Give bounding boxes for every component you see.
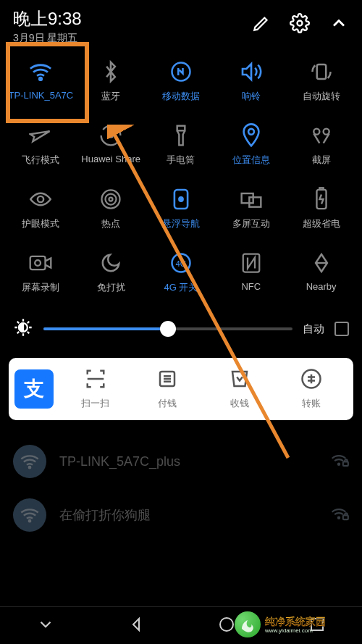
tile-bluetooth[interactable]: 蓝牙	[76, 59, 146, 103]
svg-rect-5	[177, 126, 185, 131]
svg-point-1	[40, 78, 42, 80]
tile-label: 移动数据	[162, 90, 200, 103]
nav-back-icon[interactable]	[128, 616, 146, 636]
wifi-circle-icon	[13, 498, 46, 532]
svg-rect-16	[249, 197, 261, 206]
tile-label: 热点	[101, 217, 120, 230]
scan-icon	[85, 368, 106, 393]
tile-label: 护眼模式	[22, 217, 59, 230]
tile-label: 位置信息	[232, 154, 270, 167]
background-wifi-list: TP-LINK_5A7C_plus 在偷打折你狗腿	[0, 435, 362, 542]
tile-nfc[interactable]: NFC	[216, 251, 286, 294]
eye-icon	[28, 187, 53, 212]
nfc-icon	[241, 251, 261, 275]
tile-label: 超级省电	[303, 217, 340, 230]
svg-rect-3	[316, 64, 326, 79]
svg-point-20	[35, 260, 41, 266]
watermark-logo-icon	[235, 611, 261, 637]
edit-icon[interactable]	[252, 14, 271, 33]
tile-label: 手电筒	[167, 154, 195, 167]
svg-point-34	[220, 618, 233, 631]
ringer-icon	[240, 59, 263, 84]
tile-hotspot[interactable]: 热点	[76, 187, 146, 230]
tile-screenshot[interactable]: 截屏	[286, 123, 356, 167]
tile-mobile-data[interactable]: 移动数据	[146, 59, 216, 103]
tile-label: 飞行模式	[22, 154, 59, 167]
svg-rect-15	[241, 193, 253, 203]
auto-rotate-icon	[311, 59, 332, 84]
wifi-list-item: 在偷打折你狗腿	[13, 488, 349, 542]
tile-label: Nearby	[306, 281, 337, 292]
tile-4g-switch[interactable]: 4G 4G 开关	[146, 251, 216, 294]
alipay-action-pay[interactable]: 付钱	[132, 368, 204, 410]
nearby-icon	[310, 251, 333, 275]
4g-icon: 4G	[170, 251, 192, 275]
brightness-slider[interactable]	[43, 327, 292, 330]
alipay-action-collect[interactable]: 收钱	[203, 368, 276, 410]
location-icon	[242, 123, 261, 148]
app-action-label: 付钱	[158, 397, 177, 410]
bluetooth-icon	[103, 59, 119, 84]
tile-label: Huawei Share	[81, 154, 140, 164]
tile-eye-comfort[interactable]: 护眼模式	[6, 187, 76, 230]
nav-notification-icon[interactable]	[36, 615, 55, 637]
tile-label: 悬浮导航	[162, 217, 200, 230]
svg-point-14	[179, 197, 182, 201]
tile-float-nav[interactable]: 悬浮导航	[146, 187, 216, 230]
svg-point-6	[248, 129, 254, 135]
huawei-share-icon	[99, 123, 122, 148]
nav-home-icon[interactable]	[218, 616, 235, 636]
tile-auto-rotate[interactable]: 自动旋转	[286, 59, 356, 103]
app-action-label: 收钱	[230, 397, 249, 410]
tile-airplane[interactable]: 飞行模式	[6, 123, 76, 167]
tile-screen-record[interactable]: 屏幕录制	[6, 251, 76, 294]
tile-power-saver[interactable]: 超级省电	[286, 187, 356, 230]
tile-label: 多屏互动	[232, 217, 270, 230]
tile-label: 蓝牙	[101, 90, 120, 103]
svg-point-10	[109, 198, 113, 201]
tile-label: 自动旋转	[303, 90, 340, 103]
svg-text:4G: 4G	[175, 259, 186, 268]
wifi-list-item: TP-LINK_5A7C_plus	[13, 435, 349, 488]
alipay-action-transfer[interactable]: 转账	[276, 368, 348, 410]
svg-point-11	[106, 194, 117, 205]
collapse-icon[interactable]	[329, 13, 349, 33]
tile-label: 免打扰	[97, 281, 125, 294]
tile-label: 截屏	[312, 154, 331, 167]
mobile-data-icon	[170, 59, 192, 84]
battery-icon	[313, 187, 329, 212]
tile-wifi[interactable]: TP-LINK_5A7C	[6, 59, 76, 103]
wifi-lock-icon	[329, 452, 349, 471]
wifi-ssid: TP-LINK_5A7C_plus	[59, 454, 180, 469]
tile-dnd[interactable]: 免打扰	[76, 251, 146, 294]
float-nav-icon	[172, 187, 190, 212]
tile-label: 响铃	[242, 90, 261, 103]
tile-location[interactable]: 位置信息	[216, 123, 286, 167]
svg-point-9	[38, 196, 43, 202]
brightness-thumb[interactable]	[160, 321, 176, 337]
app-action-label: 转账	[302, 397, 321, 410]
status-date: 3月9日 星期五	[13, 32, 349, 45]
brightness-row: 自动	[0, 301, 362, 351]
multi-screen-icon	[240, 187, 263, 212]
svg-point-0	[298, 21, 303, 26]
brightness-auto-checkbox[interactable]	[334, 322, 349, 336]
collect-icon	[229, 368, 251, 393]
alipay-action-scan[interactable]: 扫一扫	[59, 368, 132, 410]
tile-ringer[interactable]: 响铃	[216, 59, 286, 103]
tile-huawei-share[interactable]: Huawei Share	[76, 123, 146, 167]
hotspot-icon	[100, 187, 122, 212]
dnd-icon	[100, 251, 122, 275]
settings-icon[interactable]	[290, 13, 310, 33]
svg-point-12	[102, 191, 120, 209]
tile-label: TP-LINK_5A7C	[9, 90, 74, 101]
app-action-label: 扫一扫	[81, 397, 109, 410]
tile-nearby[interactable]: Nearby	[286, 251, 356, 294]
tile-flashlight[interactable]: 手电筒	[146, 123, 216, 167]
pay-icon	[156, 368, 178, 393]
record-icon	[28, 251, 53, 275]
alipay-logo[interactable]: 支	[14, 369, 54, 409]
tile-multi-screen[interactable]: 多屏互动	[216, 187, 286, 230]
alipay-panel: 支 扫一扫 付钱 收钱 转账	[9, 358, 353, 420]
svg-rect-19	[30, 256, 46, 269]
